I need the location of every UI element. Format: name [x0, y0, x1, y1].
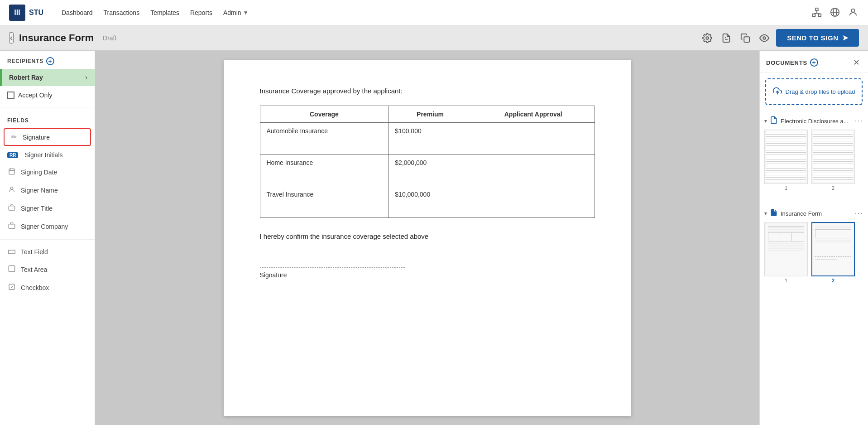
send-to-sign-button[interactable]: SEND TO SIGN ➤ — [776, 29, 859, 47]
main-layout: RECIPIENTS + Robert Ray › Accept Only FI… — [0, 51, 868, 425]
page-title: Insurance Form — [19, 32, 94, 44]
signature-field-label: Signature — [260, 271, 287, 279]
svg-rect-20 — [9, 206, 14, 210]
nav-icons — [812, 7, 859, 18]
document-viewport: Insurance Coverage approved by the appli… — [95, 51, 759, 425]
recipients-section-title: RECIPIENTS + — [0, 51, 95, 69]
signer-company-icon — [7, 222, 16, 231]
nav-reports[interactable]: Reports — [190, 9, 212, 16]
field-item-text-area[interactable]: Text Area — [0, 261, 95, 279]
checkbox-label: Checkbox — [21, 284, 49, 291]
nav-dashboard[interactable]: Dashboard — [62, 9, 93, 16]
col-coverage: Coverage — [260, 106, 388, 123]
upload-zone[interactable]: Drag & drop files to upload — [765, 78, 863, 105]
insurance-page-2-number: 2 — [811, 278, 855, 283]
insurance-thumb-2[interactable]: 2 — [811, 222, 855, 283]
electronic-page-1-number: 1 — [764, 185, 808, 191]
recipient-item[interactable]: Robert Ray › — [0, 69, 95, 86]
insurance-thumb-1[interactable]: 1 — [764, 222, 808, 283]
accept-only-checkbox[interactable] — [7, 92, 14, 99]
electronic-thumb-2[interactable]: 2 — [811, 130, 855, 191]
svg-rect-0 — [815, 8, 818, 10]
text-area-label: Text Area — [21, 266, 47, 273]
divider-2 — [0, 239, 95, 240]
svg-point-9 — [851, 9, 854, 12]
svg-point-19 — [10, 187, 13, 189]
row1-coverage: Automobile Insurance — [260, 123, 388, 155]
add-recipient-button[interactable]: + — [46, 57, 54, 65]
field-item-signing-date[interactable]: Signing Date — [0, 163, 95, 181]
user-icon[interactable] — [848, 7, 859, 18]
svg-rect-15 — [9, 169, 14, 174]
field-item-signer-initials[interactable]: RR Signer Initials — [0, 147, 95, 163]
svg-rect-13 — [744, 37, 750, 42]
field-item-text-field[interactable]: Text Field — [0, 243, 95, 261]
electronic-thumbnails: 1 2 — [764, 130, 863, 195]
electronic-doc-more-button[interactable]: ··· — [855, 117, 863, 125]
preview-eye-icon[interactable] — [757, 31, 772, 45]
insurance-doc-more-button[interactable]: ··· — [855, 209, 863, 217]
settings-icon[interactable] — [700, 31, 715, 45]
insurance-page-1-number: 1 — [764, 278, 808, 283]
accept-only-row[interactable]: Accept Only — [0, 87, 95, 103]
left-sidebar: RECIPIENTS + Robert Ray › Accept Only FI… — [0, 51, 95, 425]
recipient-name: Robert Ray — [9, 74, 43, 81]
documents-label: DOCUMENTS — [766, 59, 807, 66]
network-icon[interactable] — [812, 7, 823, 18]
row3-premium: $10,000,000 — [388, 186, 472, 218]
svg-rect-24 — [9, 266, 14, 271]
signer-company-label: Signer Company — [21, 223, 68, 230]
electronic-thumb-1[interactable]: 1 — [764, 130, 808, 191]
field-item-signature[interactable]: ✏ Signature — [4, 128, 91, 146]
text-field-label: Text Field — [21, 248, 48, 256]
document-preview-icon[interactable] — [719, 31, 734, 45]
electronic-page-2-number: 2 — [811, 185, 855, 191]
checkbox-icon — [7, 283, 16, 292]
accept-only-label: Accept Only — [18, 92, 52, 99]
recipient-chevron-icon: › — [85, 73, 87, 82]
doc-separator — [764, 201, 863, 201]
table-row: Automobile Insurance $100,000 — [260, 123, 595, 155]
electronic-doc-name: Electronic Disclosures a... — [781, 118, 852, 125]
nav-templates[interactable]: Templates — [150, 9, 179, 16]
signer-title-label: Signer Title — [21, 205, 53, 212]
svg-line-4 — [814, 13, 817, 14]
doc-group-insurance: ▾ Insurance Form ··· — [760, 203, 868, 291]
header-actions: SEND TO SIGN ➤ — [700, 29, 859, 47]
nav-transactions[interactable]: Transactions — [104, 9, 140, 16]
back-button[interactable]: ‹ — [9, 32, 14, 43]
col-approval: Applicant Approval — [472, 106, 595, 123]
field-item-signer-company[interactable]: Signer Company — [0, 217, 95, 236]
row2-premium: $2,000,000 — [388, 155, 472, 186]
signing-date-label: Signing Date — [21, 169, 57, 176]
globe-icon[interactable] — [830, 7, 841, 18]
close-panel-button[interactable]: ✕ — [851, 57, 862, 68]
electronic-chevron-down-icon[interactable]: ▾ — [764, 118, 767, 124]
field-item-signer-title[interactable]: Signer Title — [0, 199, 95, 217]
back-icon: ‹ — [10, 33, 13, 43]
nav-admin[interactable]: Admin — [223, 9, 241, 16]
signing-date-icon — [7, 168, 16, 177]
add-document-button[interactable]: + — [810, 58, 818, 67]
document-copy-icon[interactable] — [738, 31, 753, 45]
doc-heading: Insurance Coverage approved by the appli… — [260, 87, 595, 95]
doc-group-insurance-header: ▾ Insurance Form ··· — [764, 207, 863, 222]
svg-rect-23 — [9, 250, 15, 254]
doc-group-electronic-header: ▾ Electronic Disclosures a... ··· — [764, 114, 863, 130]
insurance-thumbnails: 1 2 — [764, 222, 863, 288]
field-item-checkbox[interactable]: Checkbox — [0, 279, 95, 297]
table-row: Home Insurance $2,000,000 — [260, 155, 595, 186]
coverage-table: Coverage Premium Applicant Approval Auto… — [260, 106, 595, 218]
signer-initials-label: Signer Initials — [24, 151, 62, 159]
svg-rect-21 — [9, 224, 14, 228]
insurance-chevron-down-icon[interactable]: ▾ — [764, 210, 767, 217]
field-item-signer-name[interactable]: Signer Name — [0, 181, 95, 199]
nav-links: Dashboard Transactions Templates Reports… — [62, 9, 798, 16]
logo-box: III — [9, 5, 25, 21]
upload-label: Drag & drop files to upload — [786, 88, 855, 95]
documents-panel-header: DOCUMENTS + ✕ — [760, 51, 868, 73]
row1-approval — [472, 123, 595, 155]
row3-coverage: Travel Insurance — [260, 186, 388, 218]
row1-premium: $100,000 — [388, 123, 472, 155]
row3-approval — [472, 186, 595, 218]
